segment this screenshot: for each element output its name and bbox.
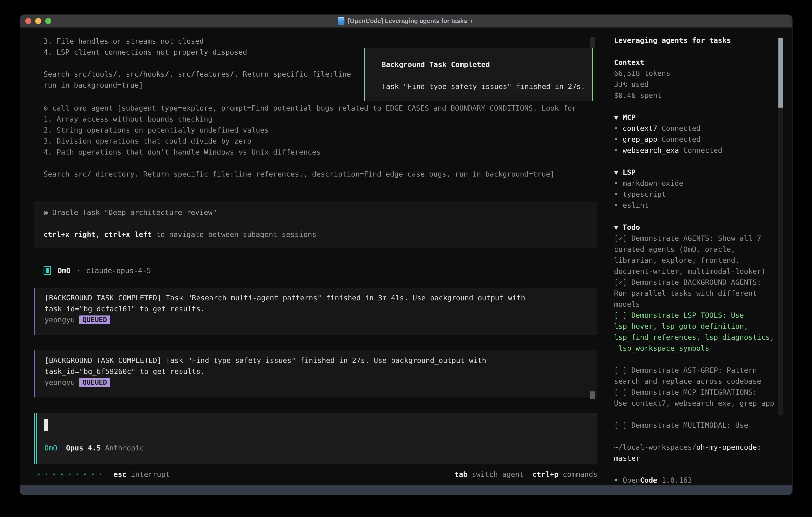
bullet-icon: • [614, 201, 622, 209]
oracle-task-label: ◉ Oracle Task "Deep architecture review" [44, 207, 217, 218]
lsp-name: eslint [622, 201, 648, 209]
context-heading: Context [614, 57, 782, 68]
terminal-line: Search src/tools/, src/hooks/, src/featu… [44, 69, 351, 80]
tool-call-line [44, 158, 576, 168]
agent-checkbox-icon [44, 266, 51, 275]
tool-call-line: 2. String operations on potentially unde… [44, 125, 576, 136]
sidebar: Leveraging agents for tasks Context 66,5… [614, 35, 782, 486]
bullet-icon: • [614, 135, 622, 143]
window-bottom-edge [20, 485, 792, 495]
lsp-name: typescript [622, 190, 666, 198]
todo-line-active: lsp_find_references, lsp_diagnostics, [614, 332, 782, 343]
session-title: Leveraging agents for tasks [614, 35, 782, 46]
repo-name: oh-my-opencode: [696, 443, 761, 451]
tool-call-line: ⚙ call_omo_agent [subagent_type=explore,… [44, 103, 576, 113]
terminal-line: 4. LSP client connections not properly d… [44, 47, 351, 58]
context-tokens: 66,518 tokens [614, 68, 782, 79]
todo-line: [ ] Demonstrate MULTIMODAL: Use [614, 419, 782, 431]
todo-line: Use context7, websearch_exa, grep_app [614, 398, 782, 409]
half-moon-icon: ◐ [470, 18, 474, 25]
todo-line-active: lsp_hover, lsp_goto_definition, [614, 321, 782, 332]
tool-call-block: ⚙ call_omo_agent [subagent_type=explore,… [44, 103, 576, 180]
todo-line: Run parallel tasks with different [614, 288, 782, 299]
tab-key: tab [455, 470, 467, 479]
tab-hint: tab switch agent ctrl+p commands [455, 469, 598, 480]
scrollback-block-1: 3. File handles or streams not closed 4.… [44, 35, 351, 90]
mcp-section-header[interactable]: ▼ MCP [614, 112, 782, 123]
status-bar: ········· esc interrupt tab switch agent… [36, 469, 598, 480]
todo-line: librarian, explore, frontend, [614, 255, 782, 266]
task-message-meta: yeongyu QUEUED [45, 314, 110, 325]
bullet-icon: • [614, 124, 622, 132]
todo-line: [ ] Demonstrate AST-GREP: Pattern [614, 365, 782, 376]
task-message-line: task_id="bg_6f59260c" to get results. [45, 366, 205, 377]
window-title-group: [OpenCode] Leveraging agents for tasks ◐ [338, 17, 474, 25]
input-provider: Anthropic [105, 444, 144, 452]
task-message-line: [BACKGROUND TASK COMPLETED] Task "Find t… [45, 355, 486, 366]
opencode-version-line: • OpenCode 1.0.163 [614, 474, 782, 486]
tab-label: switch agent [467, 470, 524, 479]
input-model-line: OmO Opus 4.5 Anthropic [45, 442, 144, 454]
app-icon [338, 17, 345, 25]
mcp-item: • websearch_exa Connected [614, 145, 782, 156]
terminal-line: run_in_background=true] [44, 80, 351, 90]
main-scrollbar-thumb[interactable] [590, 391, 595, 399]
todo-line: search and replace across codebase [614, 376, 782, 387]
todo-line: document-writer, multimodal-looker) [614, 266, 782, 277]
lsp-section-header[interactable]: ▼ LSP [614, 167, 782, 178]
tool-call-line: 1. Array access without bounds checking [44, 113, 576, 125]
input-model: Opus 4.5 [66, 444, 100, 452]
terminal-line: 3. File handles or streams not closed [44, 35, 351, 47]
esc-key: esc [114, 470, 126, 479]
maximize-button[interactable] [45, 18, 51, 24]
tool-call-line: Search src/ directory. Return specific f… [44, 168, 576, 180]
agent-name: OmO [58, 265, 70, 276]
tool-call-line: 3. Division operations that could divide… [44, 136, 576, 146]
status-dot-icon: • [614, 476, 622, 484]
todo-line: models [614, 299, 782, 310]
esc-hint: esc interrupt [114, 469, 170, 480]
task-user: yeongyu [45, 314, 75, 325]
workspace-path: ~/local-workspaces/oh-my-opencode: [614, 442, 782, 453]
bullet-icon: • [614, 190, 622, 198]
toast-body: Task "Find type safety issues" finished … [382, 81, 585, 92]
spacer [57, 444, 66, 452]
hint-text: to navigate between subagent sessions [152, 230, 317, 239]
main-scrollbar-segment[interactable] [590, 37, 595, 48]
task-message-line: task_id="bg_dcfac161" to get results. [45, 303, 205, 314]
status-badge: QUEUED [79, 378, 110, 387]
background-task-toast: Background Task Completed Task "Find typ… [364, 48, 593, 101]
todo-line-active: lsp_workspace_symbols [614, 343, 782, 354]
lsp-item: • eslint [614, 200, 782, 211]
prompt-input[interactable]: OmO Opus 4.5 Anthropic [34, 413, 598, 464]
background-task-message: [BACKGROUND TASK COMPLETED] Task "Resear… [34, 288, 598, 335]
brand-dim: Open [622, 476, 640, 484]
task-user: yeongyu [45, 377, 75, 388]
lsp-item: • markdown-oxide [614, 178, 782, 189]
mcp-name: websearch_exa [622, 146, 679, 154]
ctrl-p-label: commands [558, 470, 598, 479]
todo-section-header[interactable]: ▼ Todo [614, 222, 782, 233]
task-message-line: [BACKGROUND TASK COMPLETED] Task "Resear… [45, 292, 525, 303]
todo-line: [✓] Demonstrate AGENTS: Show all 7 [614, 233, 782, 244]
mcp-status: Connected [657, 124, 701, 132]
separator-dot: · [70, 265, 86, 276]
background-task-message: [BACKGROUND TASK COMPLETED] Task "Find t… [34, 351, 598, 398]
oracle-hint-line: ctrl+x right, ctrl+x left to navigate be… [44, 229, 316, 240]
mcp-status: Connected [679, 146, 722, 154]
status-badge: QUEUED [79, 316, 110, 324]
lsp-item: • typescript [614, 189, 782, 200]
context-used: 33% used [614, 79, 782, 90]
traffic-lights [25, 15, 51, 27]
title-bar: [OpenCode] Leveraging agents for tasks ◐ [20, 15, 792, 28]
task-message-meta: yeongyu QUEUED [45, 377, 110, 388]
spinner-dots: ········· [36, 469, 106, 480]
bullet-icon: • [614, 179, 622, 187]
minimize-button[interactable] [35, 18, 41, 24]
input-agent: OmO [45, 444, 57, 452]
close-button[interactable] [25, 18, 31, 24]
hint-keys: ctrl+x right, ctrl+x left [44, 230, 152, 239]
spacer [101, 444, 105, 452]
text-cursor [45, 419, 48, 431]
app-window: [OpenCode] Leveraging agents for tasks ◐… [20, 15, 792, 495]
